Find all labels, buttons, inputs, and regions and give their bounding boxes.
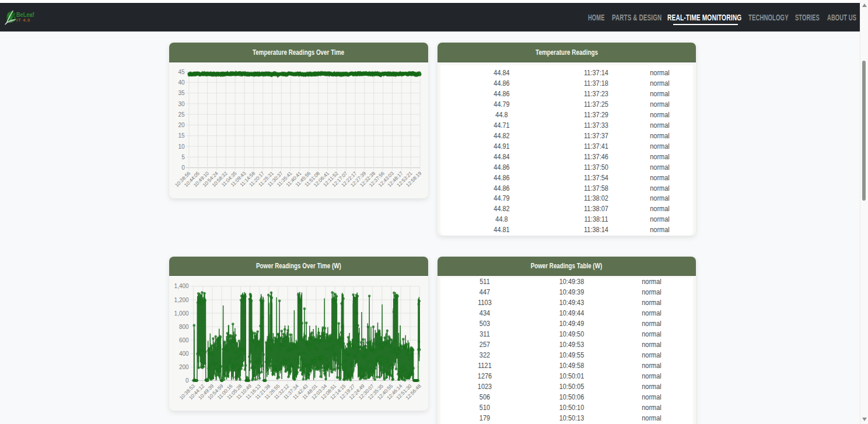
svg-text:20: 20 xyxy=(178,122,186,128)
svg-text:0: 0 xyxy=(186,377,189,384)
svg-text:35: 35 xyxy=(178,90,186,96)
svg-text:1,000: 1,000 xyxy=(174,310,189,316)
svg-text:200: 200 xyxy=(179,364,189,370)
svg-text:15: 15 xyxy=(178,132,186,139)
svg-text:10: 10 xyxy=(178,143,186,149)
svg-text:1,400: 1,400 xyxy=(174,283,189,289)
svg-text:400: 400 xyxy=(179,351,189,357)
svg-text:1,200: 1,200 xyxy=(174,296,189,303)
svg-text:800: 800 xyxy=(179,323,189,330)
svg-text:0: 0 xyxy=(181,164,185,171)
svg-text:5: 5 xyxy=(181,153,185,160)
svg-text:30: 30 xyxy=(178,100,186,107)
svg-text:25: 25 xyxy=(178,111,186,117)
svg-text:45: 45 xyxy=(178,68,186,75)
svg-text:600: 600 xyxy=(179,337,189,343)
svg-text:40: 40 xyxy=(178,79,186,85)
